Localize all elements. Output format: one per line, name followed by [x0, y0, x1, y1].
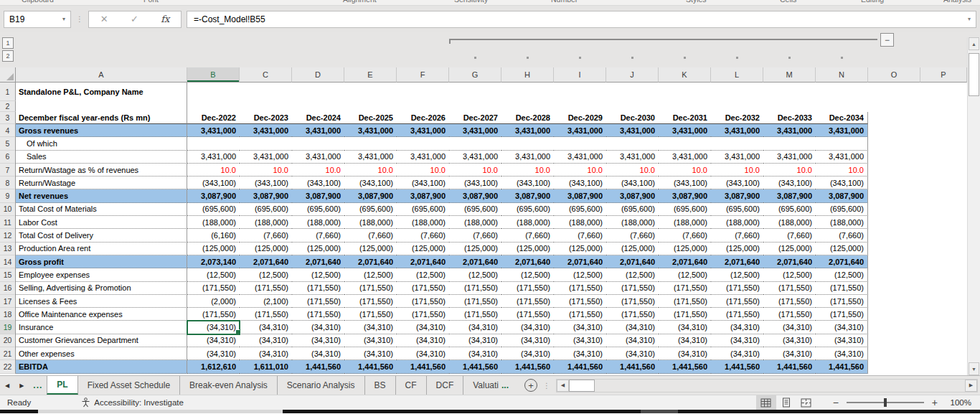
cell-i10[interactable]: (695,600): [554, 203, 606, 216]
row-header-15[interactable]: 15: [0, 268, 16, 281]
cell-e4[interactable]: 3,431,000: [344, 124, 397, 137]
cell-o11[interactable]: [868, 216, 920, 229]
cell-m17[interactable]: (171,550): [763, 295, 816, 308]
column-header-h[interactable]: H: [501, 67, 554, 83]
column-header-n[interactable]: N: [816, 67, 868, 83]
cell-m14[interactable]: 2,071,640: [763, 255, 816, 268]
cell-d22[interactable]: 1,441,560: [292, 360, 344, 373]
row-header-5[interactable]: 5: [0, 137, 16, 150]
cell-m10[interactable]: (695,600): [763, 203, 816, 216]
row-header-19[interactable]: 19: [0, 321, 16, 334]
cell-a2[interactable]: [16, 101, 187, 112]
cell-k14[interactable]: 2,071,640: [659, 255, 711, 268]
scroll-left-icon[interactable]: ◀: [557, 380, 569, 392]
cell-d9[interactable]: 3,087,900: [292, 189, 344, 202]
cell-b4[interactable]: 3,431,000: [187, 124, 240, 137]
cell-p8[interactable]: [920, 177, 967, 189]
cell-l10[interactable]: (695,600): [711, 203, 763, 216]
cell-j18[interactable]: (171,550): [606, 308, 659, 321]
cell-g2[interactable]: [449, 101, 501, 112]
row-header-2[interactable]: 2: [0, 101, 16, 112]
cell-c13[interactable]: (125,000): [240, 243, 292, 255]
cell-l16[interactable]: (171,550): [711, 282, 763, 295]
row-header-14[interactable]: 14: [0, 255, 16, 268]
cell-i11[interactable]: (188,000): [554, 216, 606, 229]
cell-m4[interactable]: 3,431,000: [763, 124, 816, 137]
cell-n12[interactable]: (7,660): [816, 229, 868, 242]
zoom-level[interactable]: 100%: [941, 398, 971, 407]
cell-c17[interactable]: (2,100): [240, 295, 292, 308]
cell-p18[interactable]: [920, 308, 967, 321]
cell-c3[interactable]: Dec-2023: [240, 112, 292, 124]
cell-k6[interactable]: 3,431,000: [659, 151, 711, 164]
cell-o6[interactable]: [868, 151, 920, 164]
cell-f3[interactable]: Dec-2026: [397, 112, 449, 124]
cell-m1[interactable]: [763, 83, 816, 101]
column-header-b[interactable]: B: [187, 67, 240, 83]
cell-a5[interactable]: Of which: [16, 137, 187, 150]
sheet-tab-dcf[interactable]: DCF: [426, 376, 463, 395]
cell-g22[interactable]: 1,441,560: [449, 360, 501, 373]
cell-n13[interactable]: (125,000): [816, 243, 868, 255]
cell-l17[interactable]: (171,550): [711, 295, 763, 308]
cell-k19[interactable]: (34,310): [659, 321, 711, 334]
cell-d19[interactable]: (34,310): [292, 321, 344, 334]
cell-h10[interactable]: (695,600): [501, 203, 554, 216]
cell-a22[interactable]: EBITDA: [16, 360, 187, 373]
cell-p22[interactable]: [920, 360, 967, 373]
row-header-7[interactable]: 7: [0, 164, 16, 177]
vertical-scrollbar-thumb[interactable]: [969, 53, 979, 96]
cell-h16[interactable]: (171,550): [501, 282, 554, 295]
cell-a14[interactable]: Gross profit: [16, 255, 187, 268]
cell-n6[interactable]: 3,431,000: [816, 151, 868, 164]
cell-b13[interactable]: (125,000): [187, 243, 240, 255]
page-layout-view-button[interactable]: [776, 395, 796, 410]
cell-c8[interactable]: (343,100): [240, 177, 292, 189]
cell-l19[interactable]: (34,310): [711, 321, 763, 334]
cell-j21[interactable]: (34,310): [606, 347, 659, 360]
cell-n21[interactable]: (34,310): [816, 347, 868, 360]
cell-d17[interactable]: (171,550): [292, 295, 344, 308]
cell-d8[interactable]: (343,100): [292, 177, 344, 189]
column-header-k[interactable]: K: [659, 67, 711, 83]
cell-g6[interactable]: 3,431,000: [449, 151, 501, 164]
cell-j15[interactable]: (12,500): [606, 268, 659, 281]
sheet-tab-valuati[interactable]: Valuati...: [463, 376, 518, 395]
cell-d11[interactable]: (188,000): [292, 216, 344, 229]
sheet-tab-cf[interactable]: CF: [395, 376, 426, 395]
cell-n7[interactable]: 10.0: [816, 164, 868, 177]
cell-h13[interactable]: (125,000): [501, 243, 554, 255]
cell-b16[interactable]: (171,550): [187, 282, 240, 295]
cell-b2[interactable]: [187, 101, 240, 112]
cell-o8[interactable]: [868, 177, 920, 189]
cell-b14[interactable]: 2,073,140: [187, 255, 240, 268]
cell-l21[interactable]: (34,310): [711, 347, 763, 360]
cell-o14[interactable]: [868, 255, 920, 268]
cell-k10[interactable]: (695,600): [659, 203, 711, 216]
cell-c11[interactable]: (188,000): [240, 216, 292, 229]
cell-l1[interactable]: [711, 83, 763, 101]
cell-p3[interactable]: [920, 112, 967, 124]
cell-h18[interactable]: (171,550): [501, 308, 554, 321]
cell-g16[interactable]: (171,550): [449, 282, 501, 295]
cell-c12[interactable]: (7,660): [240, 229, 292, 242]
cell-d10[interactable]: (695,600): [292, 203, 344, 216]
cell-h9[interactable]: 3,087,900: [501, 189, 554, 202]
cell-b5[interactable]: [187, 137, 240, 150]
cell-m3[interactable]: Dec-2033: [763, 112, 816, 124]
cell-i8[interactable]: (343,100): [554, 177, 606, 189]
cell-f2[interactable]: [397, 101, 449, 112]
cell-b8[interactable]: (343,100): [187, 177, 240, 189]
cell-o1[interactable]: [868, 83, 920, 101]
formula-input[interactable]: =-Cost_Model!B55 ▾: [187, 11, 976, 28]
cell-d13[interactable]: (125,000): [292, 243, 344, 255]
cell-h12[interactable]: (7,660): [501, 229, 554, 242]
cell-c22[interactable]: 1,611,010: [240, 360, 292, 373]
cell-a17[interactable]: Licenses & Fees: [16, 295, 187, 308]
cell-k9[interactable]: 3,087,900: [659, 189, 711, 202]
cell-o15[interactable]: [868, 268, 920, 281]
cell-o12[interactable]: [868, 229, 920, 242]
cell-k5[interactable]: [659, 137, 711, 150]
cell-f7[interactable]: 10.0: [397, 164, 449, 177]
cell-h2[interactable]: [501, 101, 554, 112]
